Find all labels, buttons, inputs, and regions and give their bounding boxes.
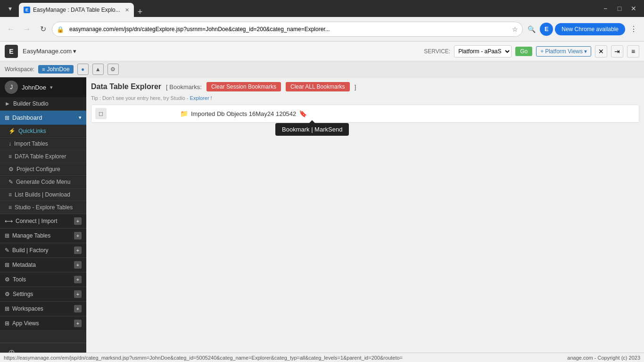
sidebar-item-manage-tables[interactable]: ⊞ Manage Tables + — [0, 229, 86, 243]
metadata-icon: ⊞ — [5, 262, 9, 268]
minimize-btn[interactable]: − — [599, 2, 612, 15]
sidebar-item-quicklinks[interactable]: ⚡ QuickLinks — [0, 125, 86, 138]
metadata-expand-icon: + — [74, 261, 82, 269]
clear-all-bookmarks-btn[interactable]: Clear ALL Bookmarks — [286, 82, 350, 91]
sidebar-item-settings[interactable]: ⚙ Settings + — [0, 287, 86, 302]
quicklinks-label: QuickLinks — [18, 128, 46, 134]
folder-icon: 📁 — [180, 110, 188, 117]
share-topbar-btn[interactable]: ⇥ — [611, 45, 623, 58]
tooltip-popup: Bookmark | MarkSend — [275, 123, 349, 136]
import-tables-icon: ↓ — [8, 140, 11, 147]
logo-icon: E — [5, 45, 18, 58]
extension-menu-btn[interactable]: ⋮ — [627, 23, 640, 36]
workspaces-icon: ⊞ — [5, 305, 9, 312]
app-topbar: E EasyManage.com ▾ SERVICE: Platform - a… — [0, 41, 644, 61]
active-tab[interactable]: E EasyManage : DATA Table Explo... ✕ — [19, 3, 134, 17]
dashboard-icon: ⊞ — [5, 115, 9, 121]
bookmark-star-icon[interactable]: ☆ — [512, 25, 518, 33]
tab-favicon: E — [24, 7, 30, 13]
settings-label: Settings — [13, 291, 33, 297]
sidebar-item-project-configure[interactable]: ⚙ Project Configure — [0, 163, 86, 176]
sidebar-item-import-tables[interactable]: ↓ Import Tables — [0, 138, 86, 150]
search-icon-btn[interactable]: 🔍 — [525, 23, 538, 36]
bookmarks-close-bracket: ] — [355, 83, 356, 90]
app-logo: E — [5, 45, 18, 58]
main-layout: J JohnDoe ▾ ► Builder Studio ⊞ Dashboard… — [0, 77, 644, 362]
sidebar-item-connect-import[interactable]: ⟷ Connect | Import + — [0, 214, 86, 229]
page-title: Data Table Explorer — [91, 82, 161, 91]
import-tables-label: Import Tables — [14, 140, 48, 147]
sidebar-item-studio-explore[interactable]: ≡ Studio - Explore Tables — [0, 201, 86, 214]
new-tab-btn[interactable]: + — [134, 7, 147, 17]
browser-titlebar: ▾ E EasyManage : DATA Table Explo... ✕ +… — [0, 0, 644, 17]
build-expand-icon: + — [74, 247, 82, 254]
sidebar-username: JohnDoe — [22, 84, 46, 91]
clear-session-bookmarks-btn[interactable]: Clear Session Bookmarks — [206, 82, 281, 91]
service-select[interactable]: Platform - aPaaS — [454, 45, 512, 58]
tip-link[interactable]: Explorer ! — [190, 95, 212, 101]
window-controls: − □ ✕ — [599, 2, 640, 15]
brand-link[interactable]: EasyManage.com ▾ — [23, 48, 76, 55]
nav-back-btn[interactable]: ← — [4, 22, 18, 36]
sidebar-item-generate-code[interactable]: ✎ Generate Code Menu — [0, 176, 86, 189]
ws-btn-blue[interactable]: ● — [77, 64, 89, 75]
close-btn[interactable]: ✕ — [627, 2, 640, 15]
security-icon: 🔒 — [57, 25, 64, 33]
sidebar-item-build-factory[interactable]: ✎ Build | Factory + — [0, 243, 86, 258]
row-label: Imported Db Objects 16May24 120542 — [191, 110, 296, 117]
builder-studio-label: Builder Studio — [13, 100, 49, 107]
workspaces-label: Workspaces — [12, 305, 43, 312]
workspace-icon: ≡ — [42, 66, 45, 72]
profile-btn[interactable]: E — [540, 23, 553, 36]
sidebar-item-tools[interactable]: ⚙ Tools + — [0, 272, 86, 287]
connect-import-icon: ⟷ — [5, 218, 13, 224]
tools-label: Tools — [13, 276, 26, 283]
nav-reload-btn[interactable]: ↻ — [36, 22, 50, 36]
data-table-label: DATA Table Explorer — [15, 153, 66, 160]
maximize-btn[interactable]: □ — [613, 2, 626, 15]
app-views-label: App Views — [12, 320, 39, 327]
ws-btn-gear[interactable]: ⚙ — [107, 64, 119, 75]
project-configure-label: Project Configure — [17, 166, 60, 173]
ws-btn-triangle[interactable]: ▲ — [92, 64, 104, 75]
brand-arrow-icon: ▾ — [73, 48, 76, 55]
sidebar-item-data-table-explorer[interactable]: ≡ DATA Table Explorer — [0, 150, 86, 163]
build-factory-icon: ✎ — [5, 247, 9, 254]
service-label: SERVICE: — [424, 48, 450, 55]
nav-forward-btn[interactable]: → — [20, 22, 34, 36]
sidebar-item-builder-studio[interactable]: ► Builder Studio — [0, 97, 86, 111]
studio-explore-label: Studio - Explore Tables — [15, 204, 73, 211]
user-bar: Workspace: ≡ JohnDoe ● ▲ ⚙ — [0, 61, 644, 77]
workspace-badge[interactable]: ≡ JohnDoe — [38, 65, 73, 74]
studio-explore-icon: ≡ — [8, 204, 12, 211]
settings-expand-icon: + — [74, 290, 82, 298]
table-row[interactable]: ◻ 📁 Imported Db Objects 16May24 120542 🔖 — [91, 105, 639, 123]
close-topbar-btn[interactable]: ✕ — [595, 45, 607, 58]
sidebar-item-workspaces[interactable]: ⊞ Workspaces + — [0, 302, 86, 316]
tooltip-arrow — [309, 120, 315, 123]
address-input[interactable] — [52, 22, 523, 37]
build-factory-label: Build | Factory — [12, 247, 48, 254]
sidebar-item-app-views[interactable]: ⊞ App Views + — [0, 316, 86, 331]
workspace-label: Workspace: — [5, 66, 34, 73]
sidebar-user-header: J JohnDoe ▾ — [0, 77, 86, 97]
tools-expand-icon: + — [74, 276, 82, 283]
sidebar-item-list-builds[interactable]: ≡ List Builds | Download — [0, 189, 86, 201]
menu-topbar-btn[interactable]: ≡ — [627, 45, 639, 58]
brand-name: EasyManage.com — [23, 48, 72, 55]
bookmark-flag-icon[interactable]: 🔖 — [299, 110, 307, 117]
platform-views-btn[interactable]: + Platform Views ▾ — [536, 46, 591, 57]
tab-dropdown-btn[interactable]: ▾ — [4, 2, 16, 15]
tab-close-icon[interactable]: ✕ — [125, 7, 129, 13]
sidebar-dashboard-header[interactable]: ⊞ Dashboard ▾ — [0, 111, 86, 125]
go-btn[interactable]: Go — [515, 47, 532, 56]
connect-expand-icon: + — [74, 217, 82, 225]
new-chrome-btn[interactable]: New Chrome available — [555, 23, 625, 35]
workspace-name: JohnDoe — [47, 66, 70, 73]
list-builds-label: List Builds | Download — [15, 191, 70, 198]
sidebar-item-metadata[interactable]: ⊞ Metadata + — [0, 258, 86, 272]
manage-tables-icon: ⊞ — [5, 232, 9, 239]
platform-views-label: Platform Views — [545, 48, 583, 55]
topbar-right: SERVICE: Platform - aPaaS Go + Platform … — [424, 45, 639, 58]
generate-code-icon: ✎ — [8, 179, 13, 185]
